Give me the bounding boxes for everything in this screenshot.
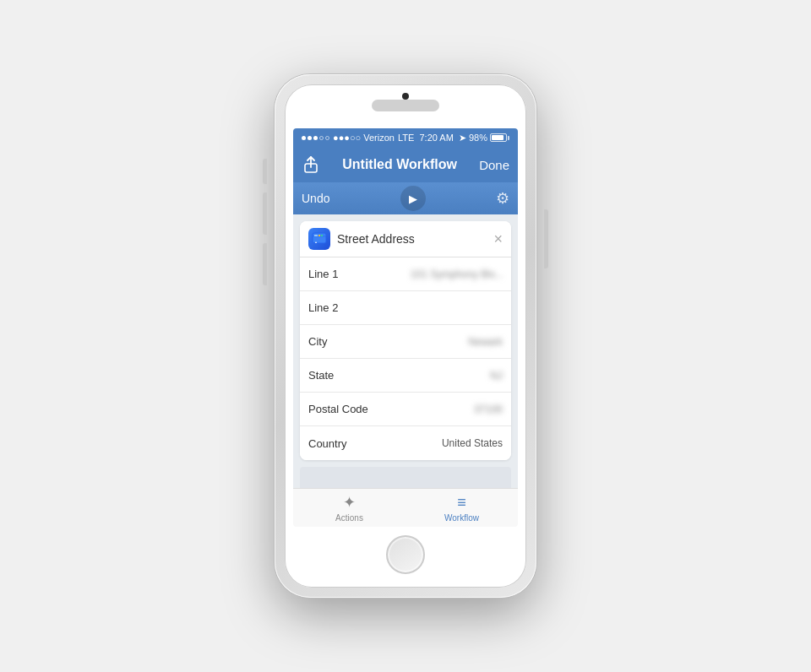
field-label: Line 1: [308, 268, 376, 280]
svg-rect-4: [318, 235, 320, 236]
done-button[interactable]: Done: [479, 158, 509, 172]
status-left: ●●●○○ Verizon LTE: [302, 133, 414, 143]
field-value: NJ: [376, 370, 503, 382]
card-title: Street Address: [337, 232, 415, 246]
clock: 7:20 AM: [419, 133, 453, 143]
signal-icon: [302, 136, 329, 140]
field-label: Postal Code: [308, 403, 376, 415]
volume-down-button[interactable]: [263, 243, 267, 285]
gear-button[interactable]: ⚙: [496, 189, 509, 208]
tab-item-actions[interactable]: ✦Actions: [293, 489, 406, 527]
front-camera: [402, 93, 409, 100]
phone-frame: ●●●○○ Verizon LTE 7:20 AM ➤ 98%: [275, 74, 536, 598]
location-icon: ➤: [459, 133, 466, 144]
street-address-card: Street Address × Line 1101 Symphony Blv.…: [300, 221, 511, 460]
share-button[interactable]: [302, 155, 320, 174]
field-label: City: [308, 335, 376, 348]
card-close-button[interactable]: ×: [493, 231, 503, 247]
play-button[interactable]: ▶: [400, 186, 426, 211]
form-row[interactable]: Line 1101 Symphony Blv...: [300, 257, 511, 291]
card-header-left: Street Address: [308, 228, 415, 250]
speaker: [372, 100, 439, 111]
network-label: LTE: [398, 133, 414, 143]
battery-icon: [490, 133, 509, 142]
screen-area: ●●●○○ Verizon LTE 7:20 AM ➤ 98%: [293, 128, 518, 527]
tab-bar: ✦Actions≡Workflow: [293, 488, 518, 527]
status-bar: ●●●○○ Verizon LTE 7:20 AM ➤ 98%: [293, 128, 518, 147]
main-content: Street Address × Line 1101 Symphony Blv.…: [293, 214, 518, 527]
field-label: Line 2: [308, 301, 376, 314]
form-fields: Line 1101 Symphony Blv...Line 2CityNewar…: [300, 257, 511, 460]
actions-tab-icon: ✦: [343, 493, 356, 512]
content-area: Street Address × Line 1101 Symphony Blv.…: [293, 214, 518, 488]
tab-item-workflow[interactable]: ≡Workflow: [406, 489, 518, 527]
phone-screen: ●●●○○ Verizon LTE 7:20 AM ➤ 98%: [285, 84, 526, 588]
power-button[interactable]: [544, 209, 548, 268]
nav-bar: Untitled Workflow Done: [293, 147, 518, 182]
field-value: 07100: [376, 404, 503, 415]
card-header: Street Address ×: [300, 221, 511, 257]
field-value: Newark: [376, 336, 503, 348]
actions-tab-label: Actions: [335, 513, 363, 523]
volume-up-button[interactable]: [263, 192, 267, 235]
page-title: Untitled Workflow: [342, 157, 457, 172]
field-value: 101 Symphony Blv...: [376, 268, 503, 280]
svg-rect-3: [314, 235, 318, 236]
undo-button[interactable]: Undo: [302, 192, 329, 205]
battery-pct: 98%: [469, 133, 487, 143]
toolbar: Undo ▶ ⚙: [293, 182, 518, 214]
field-value: United States: [376, 437, 503, 449]
form-row[interactable]: CountryUnited States: [300, 426, 511, 460]
form-row[interactable]: StateNJ: [300, 359, 511, 393]
svg-rect-5: [321, 235, 323, 236]
form-row[interactable]: Postal Code07100: [300, 393, 511, 426]
form-row[interactable]: CityNewark: [300, 325, 511, 359]
card-icon: [308, 228, 330, 250]
status-right: ➤ 98%: [459, 133, 509, 144]
mute-button[interactable]: [263, 159, 267, 184]
carrier-label: ●●●○○ Verizon: [333, 133, 395, 143]
svg-rect-1: [313, 233, 326, 243]
workflow-tab-icon: ≡: [457, 494, 466, 512]
home-button[interactable]: [386, 535, 425, 574]
workflow-tab-label: Workflow: [444, 513, 479, 523]
form-row[interactable]: Line 2: [300, 291, 511, 325]
play-icon: ▶: [409, 192, 417, 205]
spacer: [300, 467, 511, 488]
field-label: State: [308, 369, 376, 382]
field-label: Country: [308, 437, 376, 450]
